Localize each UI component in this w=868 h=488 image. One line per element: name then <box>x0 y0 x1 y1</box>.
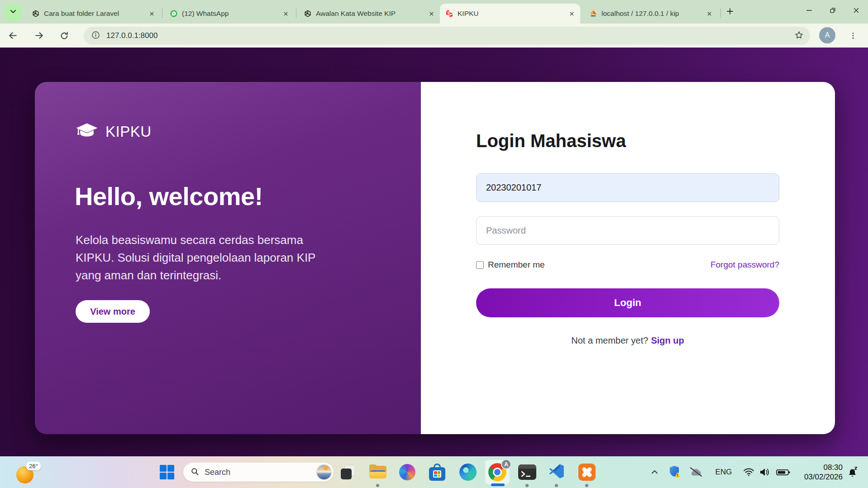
remember-me-label: Remember me <box>488 260 545 270</box>
weather-widget[interactable]: 26° <box>16 463 40 483</box>
tab-close-icon[interactable] <box>705 10 713 18</box>
file-explorer-icon <box>369 464 387 480</box>
window-minimize-button[interactable] <box>797 0 821 21</box>
copilot-button[interactable] <box>395 460 420 484</box>
login-card: KIPKU Hello, welcome! Kelola beasiswamu … <box>35 82 835 434</box>
running-indicator <box>585 484 588 487</box>
welcome-heading: Hello, welcome! <box>75 182 263 211</box>
running-indicator <box>376 484 379 487</box>
tab-title: Cara buat folder Laravel <box>44 10 143 18</box>
tab-search-button[interactable] <box>5 4 22 21</box>
tray-date: 03/02/2026 <box>804 472 843 482</box>
url-text[interactable]: 127.0.0.1:8000 <box>106 31 794 40</box>
remember-row: Remember me Forgot password? <box>476 260 779 270</box>
welcome-description: Kelola beasiswamu secara cerdas bersama … <box>76 231 315 284</box>
xampp-button[interactable] <box>575 460 599 484</box>
tab-title: (12) WhatsApp <box>182 10 277 18</box>
chatgpt-icon <box>32 10 40 18</box>
tab-separator <box>720 8 721 18</box>
chrome-button[interactable]: A <box>485 460 510 484</box>
windows-security-icon[interactable] <box>666 456 684 488</box>
tab-whatsapp[interactable]: (12) WhatsApp <box>164 4 294 24</box>
brand-logo: KIPKU <box>76 122 152 142</box>
site-info-icon[interactable] <box>91 30 100 42</box>
login-button[interactable]: Login <box>476 288 779 317</box>
battery-icon[interactable] <box>774 456 792 488</box>
language-indicator[interactable]: ENG <box>713 456 734 488</box>
chevron-down-icon <box>9 7 18 18</box>
signup-link[interactable]: Sign up <box>651 335 684 345</box>
signup-prompt: Not a member yet? <box>571 335 648 345</box>
tab-close-icon[interactable] <box>281 10 290 18</box>
login-title: Login Mahasiswa <box>476 131 626 151</box>
tab-chatgpt-laravel[interactable]: Cara buat folder Laravel <box>26 4 160 24</box>
taskbar-clock[interactable]: 08:30 03/02/2026 <box>801 456 843 488</box>
start-button[interactable] <box>159 464 175 480</box>
bookmark-star-icon[interactable] <box>794 30 804 42</box>
terminal-button[interactable] <box>515 460 539 484</box>
vscode-icon <box>548 463 565 482</box>
onedrive-paused-icon[interactable] <box>686 456 706 488</box>
phpmyadmin-icon <box>589 10 597 18</box>
notifications-bell-icon[interactable] <box>844 456 862 488</box>
reload-button[interactable] <box>55 27 73 45</box>
tab-separator <box>296 8 296 18</box>
view-more-button[interactable]: View more <box>76 300 150 323</box>
tray-time: 08:30 <box>823 463 843 472</box>
tab-separator <box>162 8 162 18</box>
search-placeholder: Search <box>205 468 316 477</box>
chrome-profile-badge: A <box>501 459 511 469</box>
tab-close-icon[interactable] <box>148 10 156 18</box>
remember-me-checkbox[interactable] <box>476 261 484 269</box>
search-icon <box>191 467 199 478</box>
browser-menu-button[interactable] <box>845 28 861 43</box>
terminal-icon <box>518 464 536 480</box>
signup-row: Not a member yet?Sign up <box>476 335 779 346</box>
microsoft-store-button[interactable] <box>425 460 449 484</box>
laravel-icon <box>445 10 453 18</box>
tab-close-icon[interactable] <box>568 10 576 18</box>
bing-daily-image[interactable] <box>316 464 332 480</box>
forgot-password-link[interactable]: Forgot password? <box>711 260 779 270</box>
running-indicator <box>525 484 529 487</box>
graduation-cap-icon <box>76 122 98 142</box>
taskbar: 26° Search <box>0 456 868 488</box>
task-view-button[interactable] <box>336 460 360 484</box>
edge-icon <box>459 464 477 481</box>
wifi-icon[interactable] <box>740 456 757 488</box>
whatsapp-icon <box>170 10 178 18</box>
profile-avatar[interactable]: A <box>819 27 835 43</box>
nim-input[interactable] <box>476 173 779 202</box>
volume-icon[interactable] <box>757 456 773 488</box>
password-input[interactable] <box>476 216 779 245</box>
tab-phpmyadmin[interactable]: localhost / 127.0.0.1 / kip <box>584 4 718 24</box>
address-bar[interactable]: 127.0.0.1:8000 <box>84 27 810 45</box>
file-explorer-button[interactable] <box>366 460 390 484</box>
temperature-badge: 26° <box>26 462 41 470</box>
tab-kipku-active[interactable]: KIPKU <box>440 4 580 24</box>
description-line: KIPKU. Solusi digital pengelolaan lapora… <box>76 249 315 267</box>
forward-button[interactable] <box>30 27 48 45</box>
microsoft-store-icon <box>429 464 445 481</box>
tab-title: localhost / 127.0.0.1 / kip <box>601 10 701 18</box>
taskbar-search[interactable]: Search <box>183 463 334 482</box>
window-restore-button[interactable] <box>821 0 844 21</box>
back-button[interactable] <box>4 27 22 45</box>
welcome-panel: KIPKU Hello, welcome! Kelola beasiswamu … <box>35 82 421 434</box>
tab-close-icon[interactable] <box>427 10 435 18</box>
vscode-button[interactable] <box>544 460 569 484</box>
tab-chatgpt-awalan[interactable]: Awalan Kata Website KIP <box>298 4 440 24</box>
desktop-screen: Cara buat folder Laravel (12) WhatsApp A… <box>0 0 868 488</box>
window-close-button[interactable] <box>844 0 868 21</box>
tray-chevron-button[interactable] <box>646 456 663 488</box>
task-view-icon <box>340 464 356 480</box>
chrome-icon: A <box>488 463 506 481</box>
new-tab-button[interactable] <box>723 5 737 19</box>
plus-icon <box>725 7 734 18</box>
tab-title: Awalan Kata Website KIP <box>316 10 423 18</box>
description-line: Kelola beasiswamu secara cerdas bersama <box>76 231 315 249</box>
xampp-icon <box>578 464 596 481</box>
edge-button[interactable] <box>456 460 480 484</box>
copilot-icon <box>399 464 415 480</box>
browser-toolbar: 127.0.0.1:8000 A <box>0 24 868 48</box>
